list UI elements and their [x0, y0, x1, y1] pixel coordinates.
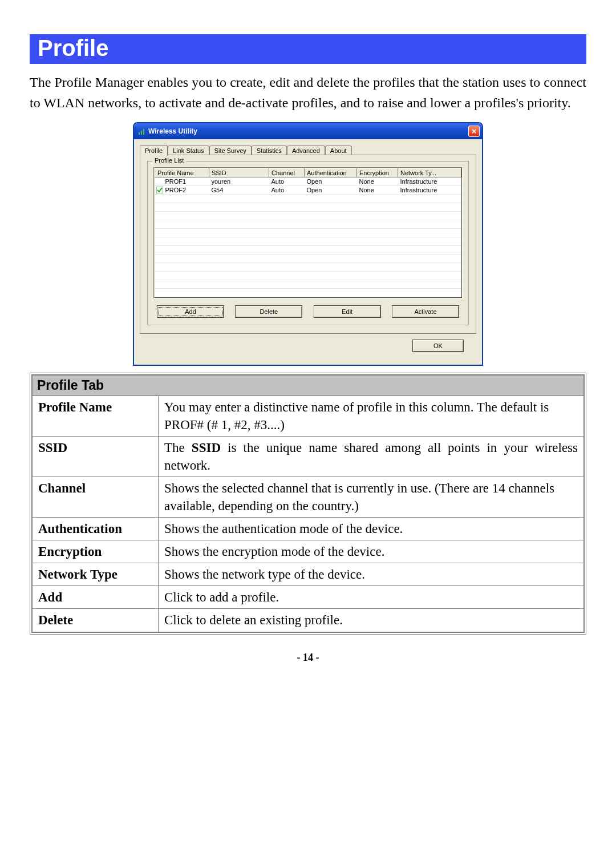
table-row[interactable] — [155, 220, 461, 229]
desc-text: Shows the selected channel that is curre… — [159, 477, 584, 518]
table-row[interactable] — [155, 203, 461, 212]
cell: youren — [209, 177, 269, 186]
close-button[interactable]: × — [468, 126, 480, 137]
tabstrip: Profile Link Status Site Survey Statisti… — [140, 145, 476, 155]
table-row[interactable]: PROF2 G54 Auto Open None Infrastructure — [155, 186, 461, 195]
ok-button[interactable]: OK — [412, 340, 464, 352]
tab-advanced[interactable]: Advanced — [287, 146, 325, 155]
desc-text: Click to delete an existing profile. — [159, 609, 584, 632]
delete-button[interactable]: Delete — [235, 305, 302, 318]
desc-label: Add — [33, 586, 159, 609]
window-titlebar[interactable]: Wireless Utility × — [134, 123, 482, 139]
desc-text: Click to add a profile. — [159, 586, 584, 609]
tab-statistics[interactable]: Statistics — [252, 146, 287, 155]
section-heading: Profile — [38, 35, 578, 60]
table-row[interactable] — [155, 237, 461, 246]
profile-list-groupbox: Profile List Profile Name — [147, 161, 469, 325]
col-network-type[interactable]: Network Ty... — [398, 169, 461, 177]
desc-label: Delete — [33, 609, 159, 632]
tab-link-status[interactable]: Link Status — [168, 146, 209, 155]
app-icon — [137, 127, 145, 135]
desc-text-part: The — [164, 441, 192, 455]
table-row[interactable] — [155, 255, 461, 263]
table-row[interactable] — [155, 280, 461, 289]
cell: Infrastructure — [398, 186, 461, 195]
table-row[interactable] — [155, 263, 461, 272]
listview-header-row[interactable]: Profile Name SSID Channel Authentication… — [155, 169, 461, 177]
page-number: - 14 - — [30, 652, 586, 664]
table-row[interactable] — [155, 289, 461, 297]
desc-text: Shows the encryption mode of the device. — [159, 540, 584, 563]
wireless-utility-window: Wireless Utility × Profile Link Status S… — [133, 122, 483, 366]
col-profile-name[interactable]: Profile Name — [155, 169, 209, 177]
table-row[interactable] — [155, 195, 461, 203]
desc-label: Encryption — [33, 540, 159, 563]
cell: Auto — [269, 177, 305, 186]
cell: Infrastructure — [398, 177, 461, 186]
table-row[interactable] — [155, 212, 461, 220]
desc-text: Shows the network type of the device. — [159, 563, 584, 586]
table-row[interactable]: PROF1 youren Auto Open None Infrastructu… — [155, 177, 461, 186]
close-icon: × — [472, 127, 476, 135]
cell: Open — [305, 177, 357, 186]
checkmark-icon — [156, 187, 163, 193]
edit-button[interactable]: Edit — [314, 305, 381, 318]
profile-tab-description-table: Profile Tab Profile Name You may enter a… — [30, 373, 586, 635]
activate-button[interactable]: Activate — [392, 305, 459, 318]
cell: None — [357, 177, 398, 186]
desc-text-bold: SSID — [192, 441, 221, 455]
window-title: Wireless Utility — [148, 127, 197, 135]
cell: Auto — [269, 186, 305, 195]
col-ssid[interactable]: SSID — [209, 169, 269, 177]
table-row[interactable] — [155, 246, 461, 255]
tab-site-survey[interactable]: Site Survey — [209, 146, 252, 155]
cell: G54 — [209, 186, 269, 195]
desc-text: You may enter a distinctive name of prof… — [159, 396, 584, 437]
tab-panel-profile: Profile List Profile Name — [140, 155, 476, 334]
col-encryption[interactable]: Encryption — [357, 169, 398, 177]
desc-label: Network Type — [33, 563, 159, 586]
desc-label: Profile Name — [33, 396, 159, 437]
desc-text: Shows the authentication mode of the dev… — [159, 518, 584, 540]
svg-rect-0 — [139, 132, 140, 135]
cell: None — [357, 186, 398, 195]
svg-rect-2 — [143, 129, 144, 135]
col-channel[interactable]: Channel — [269, 169, 305, 177]
cell: PROF1 — [165, 178, 187, 185]
cell: PROF2 — [165, 187, 187, 193]
table-row[interactable] — [155, 272, 461, 280]
tab-about[interactable]: About — [325, 146, 352, 155]
groupbox-legend: Profile List — [152, 157, 186, 164]
cell: Open — [305, 186, 357, 195]
tab-profile[interactable]: Profile — [140, 145, 168, 156]
desc-header: Profile Tab — [33, 375, 584, 396]
desc-label: SSID — [33, 437, 159, 477]
table-row[interactable] — [155, 229, 461, 237]
col-authentication[interactable]: Authentication — [305, 169, 357, 177]
profile-listview[interactable]: Profile Name SSID Channel Authentication… — [153, 167, 463, 298]
section-heading-bar: Profile — [30, 34, 586, 64]
add-button[interactable]: Add — [157, 305, 224, 318]
desc-text-part: is the unique name shared among all poin… — [164, 441, 578, 473]
desc-label: Channel — [33, 477, 159, 518]
desc-label: Authentication — [33, 518, 159, 540]
intro-paragraph: The Profile Manager enables you to creat… — [30, 72, 586, 113]
desc-text: The SSID is the unique name shared among… — [159, 437, 584, 477]
svg-rect-1 — [141, 131, 142, 135]
